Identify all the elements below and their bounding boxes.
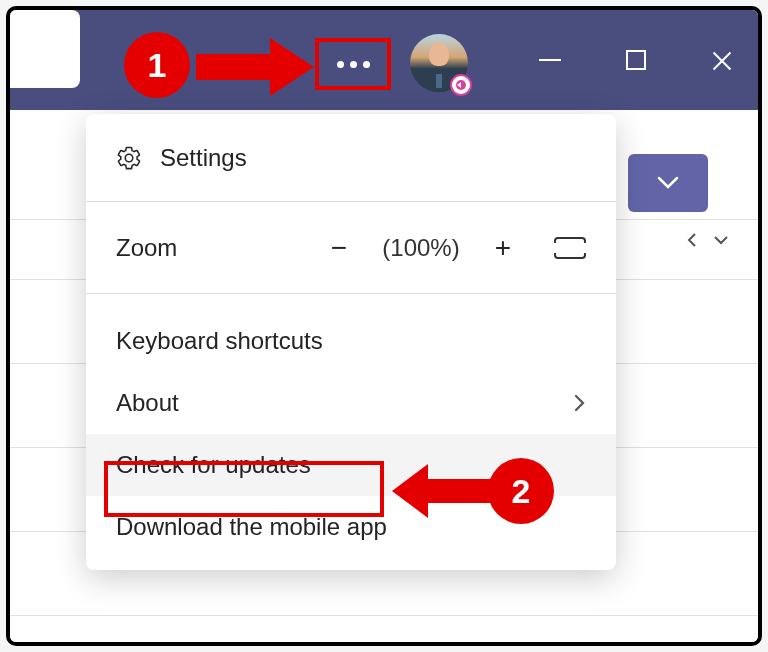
chevron-right-icon [572, 393, 586, 413]
maximize-button[interactable] [620, 44, 652, 76]
svg-marker-1 [270, 38, 314, 96]
annotation-arrow-1 [196, 38, 316, 96]
dot-icon [350, 61, 357, 68]
dropdown-button[interactable] [628, 154, 708, 212]
titlebar [10, 10, 758, 110]
window-controls [534, 10, 738, 110]
close-button[interactable] [706, 44, 738, 76]
svg-rect-2 [428, 479, 492, 503]
gear-icon [116, 145, 142, 171]
svg-rect-0 [196, 54, 270, 80]
svg-marker-3 [392, 464, 428, 518]
settings-label: Settings [160, 144, 247, 172]
zoom-out-button[interactable]: − [318, 232, 360, 264]
menu-item-keyboard-shortcuts[interactable]: Keyboard shortcuts [86, 310, 616, 372]
annotation-badge-1: 1 [124, 32, 190, 98]
zoom-in-button[interactable]: + [482, 232, 524, 264]
menu-item-label: About [116, 389, 179, 417]
menu-item-label: Download the mobile app [116, 513, 387, 541]
fullscreen-icon[interactable] [554, 237, 586, 259]
dot-icon [363, 61, 370, 68]
chevron-down-icon[interactable] [712, 234, 730, 246]
menu-item-label: Check for updates [116, 451, 311, 479]
nav-chevrons [686, 232, 730, 248]
menu-list: Keyboard shortcuts About Check for updat… [86, 294, 616, 570]
presence-status-icon [450, 74, 472, 96]
menu-item-zoom: Zoom − (100%) + [86, 202, 616, 294]
white-tab [10, 10, 80, 88]
zoom-label: Zoom [116, 234, 177, 262]
menu-item-about[interactable]: About [86, 372, 616, 434]
chevron-left-icon[interactable] [686, 232, 698, 248]
minimize-button[interactable] [534, 44, 566, 76]
menu-item-label: Keyboard shortcuts [116, 327, 323, 355]
more-options-button[interactable] [318, 40, 388, 88]
menu-item-settings[interactable]: Settings [86, 114, 616, 202]
dot-icon [337, 61, 344, 68]
annotation-badge-2: 2 [488, 458, 554, 524]
app-frame: Settings Zoom − (100%) + Keyboard shortc… [6, 6, 762, 646]
zoom-value: (100%) [378, 234, 464, 262]
annotation-arrow-2 [392, 464, 492, 518]
